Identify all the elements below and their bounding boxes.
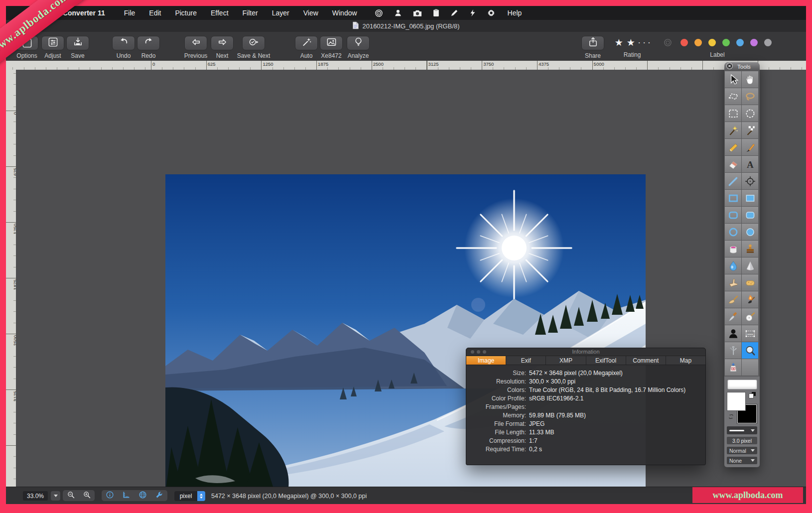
zoom-level-field[interactable]: 33.0% (23, 491, 48, 501)
information-titlebar[interactable]: Information (466, 348, 705, 356)
info-tab[interactable]: ExifTool (586, 356, 626, 365)
save-next-button[interactable] (242, 36, 265, 50)
close-icon[interactable] (726, 62, 733, 71)
filled-rectangle-tool[interactable] (742, 190, 758, 206)
rectangle-tool[interactable] (725, 190, 741, 206)
smudge-tool[interactable] (725, 274, 741, 291)
zoom-out-button[interactable] (67, 491, 75, 501)
send-icon[interactable] (445, 9, 464, 17)
unit-dropdown[interactable]: pixel (174, 491, 205, 501)
rect-marquee-tool[interactable] (725, 105, 741, 122)
filled-rounded-rect-tool[interactable] (742, 207, 758, 223)
vertical-ruler[interactable]: 06251250187525003125 (6, 70, 16, 487)
globe-icon[interactable] (138, 491, 147, 501)
star-filled-icon[interactable]: ★ (627, 38, 635, 47)
zoom-tool[interactable] (742, 342, 758, 359)
info-tab[interactable]: XMP (546, 356, 586, 365)
ellipse-marquee-tool[interactable] (742, 105, 758, 122)
next-button[interactable] (211, 36, 234, 50)
lasso-tool[interactable] (742, 88, 758, 105)
magic-wand-tool[interactable] (725, 122, 741, 138)
stepper-arrows-icon[interactable] (197, 491, 205, 501)
menubar-item[interactable]: Picture (168, 9, 204, 17)
fill-tool[interactable] (725, 241, 741, 257)
default-colors-icon[interactable] (749, 392, 756, 398)
clipboard-icon[interactable] (427, 9, 445, 17)
transparency-wand-tool[interactable] (742, 122, 758, 138)
menubar-item[interactable]: Filter (236, 9, 265, 17)
label-color-dot[interactable] (722, 39, 730, 46)
foreground-color-well[interactable] (727, 392, 745, 410)
text-selection-tool[interactable]: www (742, 325, 758, 342)
no-label-icon[interactable] (664, 38, 672, 47)
pencil-tool[interactable] (725, 139, 741, 155)
eraser-tool[interactable] (725, 156, 741, 172)
label-color-dot[interactable] (708, 39, 716, 46)
star-filled-icon[interactable]: ★ (615, 38, 623, 47)
horizontal-ruler[interactable]: 06251250187525003125375043755000 (6, 61, 806, 70)
dodge-tool[interactable] (725, 291, 741, 308)
star-dot-icon[interactable]: • (648, 41, 650, 45)
stamp-tool[interactable] (742, 241, 758, 257)
flash-icon[interactable] (464, 9, 482, 17)
burn-tool[interactable] (742, 291, 758, 308)
tools-palette-header[interactable]: Tools (724, 62, 760, 71)
move-tool[interactable] (725, 71, 741, 88)
line-tool[interactable] (725, 173, 741, 189)
line-preview-swatch[interactable] (727, 380, 757, 389)
user-icon[interactable] (389, 9, 407, 17)
blend-mode-dropdown[interactable]: Normal (727, 447, 757, 454)
glue-tool[interactable] (725, 359, 741, 376)
empty-cell[interactable] (742, 359, 758, 376)
position-tool[interactable] (742, 173, 758, 189)
corner-ruler-icon[interactable] (122, 491, 131, 501)
star-dot-icon[interactable]: • (639, 41, 640, 45)
text-tool[interactable]: A (742, 156, 758, 172)
close-window-button[interactable] (471, 350, 474, 354)
info-tab[interactable]: Exif (506, 356, 546, 365)
info-tab[interactable]: Image (466, 356, 506, 365)
info-tab[interactable]: Comment (626, 356, 666, 365)
ellipse-tool[interactable] (725, 224, 741, 240)
cutter-tool[interactable] (742, 308, 758, 325)
label-color-dot[interactable] (736, 39, 744, 46)
star-dot-icon[interactable]: • (644, 41, 645, 45)
save-button[interactable] (66, 36, 89, 50)
share-button[interactable] (581, 36, 604, 50)
portrait-tool[interactable] (725, 325, 741, 342)
wrench-icon[interactable] (155, 491, 163, 501)
measure-tool[interactable] (725, 342, 741, 359)
zoom-in-button[interactable] (83, 491, 91, 501)
minimize-window-button[interactable] (477, 350, 480, 354)
menubar-item-help[interactable]: Help (501, 9, 529, 17)
rounded-rect-tool[interactable] (725, 207, 741, 223)
menubar-item[interactable]: File (117, 9, 142, 17)
menubar-item[interactable]: Layer (265, 9, 296, 17)
zoom-menu-button[interactable] (51, 491, 60, 501)
menubar-item[interactable]: Effect (204, 9, 236, 17)
info-tab[interactable]: Map (666, 356, 705, 365)
swap-colors-icon[interactable] (728, 413, 734, 422)
knife-tool[interactable] (725, 308, 741, 325)
zoom-window-button[interactable] (483, 350, 486, 354)
redo-button[interactable] (137, 36, 160, 50)
gear-icon[interactable] (482, 9, 501, 17)
camera-icon[interactable] (407, 9, 427, 17)
sponge-tool[interactable] (742, 274, 758, 291)
label-color-dot[interactable] (680, 39, 688, 46)
menubar-item[interactable]: Window (325, 9, 364, 17)
polygon-lasso-tool[interactable] (725, 88, 741, 105)
analyze-button[interactable] (347, 36, 370, 50)
menubar-item[interactable]: View (296, 9, 325, 17)
filled-ellipse-tool[interactable] (742, 224, 758, 240)
label-color-dot[interactable] (694, 39, 702, 46)
sharpen-tool[interactable] (742, 257, 758, 274)
rings-icon[interactable] (369, 9, 389, 17)
line-width-dropdown[interactable] (727, 426, 757, 434)
hand-tool[interactable] (742, 71, 758, 88)
brush-tool[interactable] (742, 139, 758, 155)
label-color-dot[interactable] (764, 39, 772, 46)
info-circle-icon[interactable] (106, 491, 114, 501)
menubar-item[interactable]: Edit (142, 9, 168, 17)
selection-mode-dropdown[interactable]: None (727, 457, 757, 464)
